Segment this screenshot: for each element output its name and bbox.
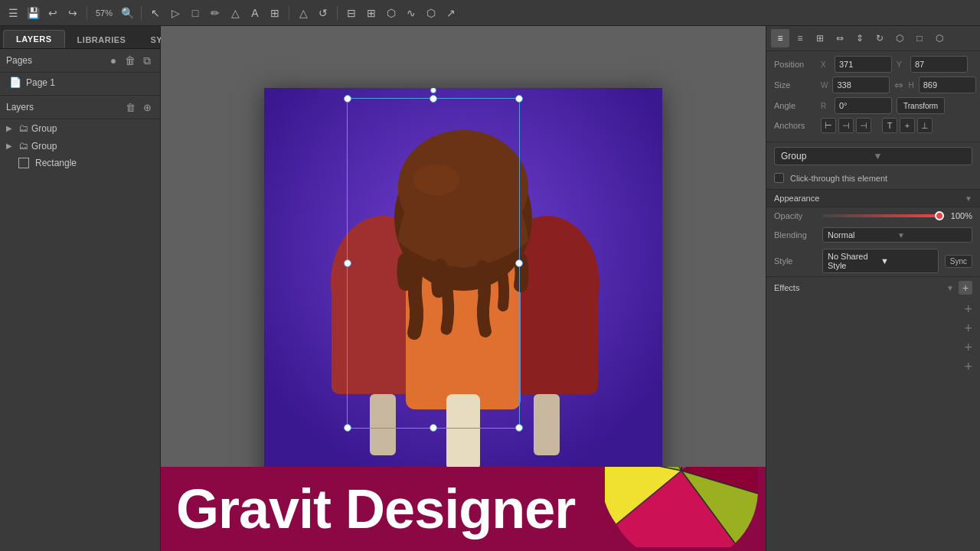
- y-input[interactable]: [910, 56, 968, 73]
- anchor-v-icons: T + ⊥: [882, 118, 933, 133]
- layers-label: Layers: [6, 102, 123, 112]
- tab-libraries[interactable]: LIBRARIES: [65, 31, 139, 48]
- rotate-icon[interactable]: ↻: [871, 29, 889, 47]
- anchor-right[interactable]: ⊣: [856, 118, 871, 133]
- add-effect-2-btn[interactable]: +: [964, 321, 972, 337]
- x-label: X: [821, 60, 830, 69]
- align-left-icon[interactable]: ≡: [771, 29, 789, 47]
- delete-layer-icon[interactable]: 🗑: [123, 100, 137, 114]
- page-item[interactable]: 📄 Page 1: [0, 73, 160, 92]
- cursor-tool-icon[interactable]: ▷: [167, 5, 184, 21]
- element-type-dropdown[interactable]: Group ▼: [774, 147, 972, 165]
- blending-select[interactable]: Normal ▼: [822, 227, 972, 243]
- angle-row: Angle R Transform: [774, 97, 972, 114]
- shape-tool-icon[interactable]: □: [187, 5, 204, 21]
- layer-rectangle[interactable]: Rectangle: [0, 155, 160, 171]
- bottom-banner: Gravit Designer: [161, 467, 766, 551]
- flip-v-icon[interactable]: ⇕: [851, 29, 869, 47]
- select-tool-icon[interactable]: ↖: [147, 5, 164, 21]
- click-through-label: Click-through this element: [790, 174, 887, 183]
- appearance-arrow[interactable]: ▼: [965, 194, 972, 203]
- click-through-row: Click-through this element: [766, 170, 980, 186]
- angle-input[interactable]: [835, 97, 892, 114]
- anchor-center[interactable]: ⊣: [838, 118, 854, 133]
- anchor-top[interactable]: T: [882, 118, 897, 133]
- anchors-label: Anchors: [774, 121, 816, 130]
- style-arrow: ▼: [880, 256, 933, 266]
- layer-rect-name: Rectangle: [35, 158, 154, 168]
- add-effect-3-btn[interactable]: +: [964, 340, 972, 356]
- effects-list: + + + +: [766, 298, 980, 378]
- save-icon[interactable]: 💾: [24, 5, 41, 21]
- duplicate-page-icon[interactable]: ⧉: [140, 54, 154, 67]
- text-tool-icon[interactable]: A: [247, 5, 263, 21]
- path-icon-r[interactable]: ⬡: [930, 29, 949, 47]
- layer-group-2-name: Group: [31, 141, 154, 152]
- sep1: [87, 6, 87, 20]
- distribute-icon[interactable]: ⊞: [811, 29, 829, 47]
- boolean-union-icon[interactable]: △: [295, 5, 312, 21]
- opacity-row: Opacity 100%: [766, 207, 980, 224]
- sep3: [289, 6, 289, 20]
- sync-button[interactable]: Sync: [945, 255, 972, 268]
- dropdown-arrow: ▼: [874, 151, 966, 161]
- add-effect-1-btn[interactable]: +: [964, 302, 972, 318]
- anchor-mid-v[interactable]: +: [900, 118, 915, 133]
- add-effect-button[interactable]: +: [959, 281, 972, 295]
- element-type-label: Group: [781, 151, 874, 161]
- w-input[interactable]: [832, 77, 890, 93]
- transform-button[interactable]: Transform: [897, 97, 945, 114]
- undo-icon[interactable]: ↩: [44, 5, 61, 21]
- click-through-checkbox[interactable]: [774, 173, 784, 183]
- export-icon[interactable]: ↗: [443, 5, 459, 21]
- flip-h-icon[interactable]: ⇔: [831, 29, 849, 47]
- add-effect-4-btn[interactable]: +: [964, 359, 972, 375]
- image-tool-icon[interactable]: ⊞: [266, 5, 283, 21]
- delete-page-icon[interactable]: 🗑: [123, 54, 137, 67]
- w-label: W: [821, 81, 828, 90]
- tab-layers[interactable]: LAYERS: [3, 30, 65, 48]
- boolean-subtract-icon[interactable]: ↺: [315, 5, 332, 21]
- page-dot-icon: ●: [106, 54, 120, 67]
- h-input[interactable]: [919, 77, 976, 93]
- layer-group-2[interactable]: ▶ 🗂 Group: [0, 137, 160, 155]
- anchor-icons: ⊢ ⊣ ⊣: [821, 118, 871, 133]
- pages-controls: ● 🗑 ⧉: [106, 54, 154, 67]
- anchor-bottom[interactable]: ⊥: [917, 118, 933, 133]
- pages-label: Pages: [6, 55, 106, 66]
- x-input[interactable]: [835, 56, 892, 73]
- extra-icon[interactable]: ⬡: [423, 5, 439, 21]
- opacity-slider[interactable]: [822, 214, 939, 217]
- zoom-level[interactable]: 57%: [93, 8, 116, 18]
- position-row: Position X Y: [774, 56, 972, 73]
- align-center-icon[interactable]: ≡: [791, 29, 809, 47]
- right-panel-icons: ≡ ≡ ⊞ ⇔ ⇕ ↻ ⬡ □ ⬡: [766, 26, 980, 51]
- angle-label: Angle: [774, 101, 816, 110]
- canvas-frame[interactable]: [264, 88, 662, 490]
- size-label: Size: [774, 80, 816, 90]
- zoom-in-icon[interactable]: 🔍: [119, 5, 136, 21]
- effect-row-1: +: [774, 300, 972, 319]
- sep2: [141, 6, 142, 20]
- layer-group-1[interactable]: ▶ 🗂 Group: [0, 119, 160, 137]
- anchor-left[interactable]: ⊢: [821, 118, 836, 133]
- style-select[interactable]: No Shared Style ▼: [822, 249, 939, 273]
- arrange-icon[interactable]: ⬡: [890, 29, 909, 47]
- mask-icon[interactable]: ⬡: [383, 5, 400, 21]
- anchors-row: Anchors ⊢ ⊣ ⊣ T + ⊥: [774, 118, 972, 133]
- svg-rect-11: [446, 394, 480, 471]
- effect-row-4: +: [774, 357, 972, 377]
- pen-tool-icon[interactable]: ✏: [207, 5, 224, 21]
- add-layer-icon[interactable]: ⊕: [140, 100, 154, 114]
- expand-arrow-2: ▶: [6, 142, 15, 150]
- bool-icon[interactable]: □: [910, 29, 929, 47]
- grid-icon[interactable]: ⊞: [363, 5, 380, 21]
- path-icon[interactable]: ∿: [403, 5, 420, 21]
- menu-icon[interactable]: ☰: [5, 5, 21, 21]
- link-icon[interactable]: ⇔: [894, 79, 903, 91]
- redo-icon[interactable]: ↪: [64, 5, 81, 21]
- align-icon[interactable]: ⊟: [343, 5, 360, 21]
- effects-arrow[interactable]: ▼: [946, 284, 954, 292]
- left-panel: LAYERS LIBRARIES SYMBOLS Pages ● 🗑 ⧉ 📄 P…: [0, 26, 161, 551]
- triangle-tool-icon[interactable]: △: [227, 5, 243, 21]
